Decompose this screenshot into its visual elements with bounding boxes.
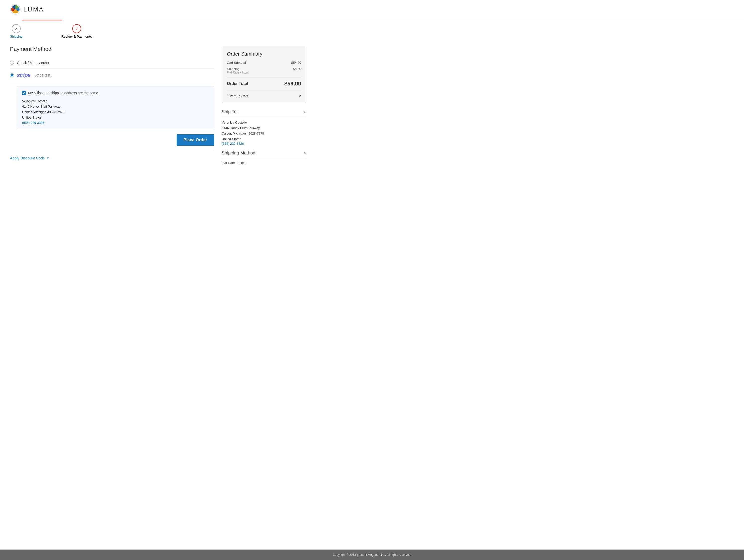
stripe-test-label: Stripe(test) bbox=[34, 73, 51, 77]
payment-option-check[interactable]: Check / Money order bbox=[10, 57, 214, 69]
billing-city-state: Calder, Michigan 49628-7978 bbox=[22, 109, 209, 115]
check-money-order-label: Check / Money order bbox=[17, 61, 49, 65]
ship-to-country: United States bbox=[222, 136, 306, 142]
ship-to-phone: (555) 229-3326 bbox=[222, 142, 306, 146]
shipping-method-title: Shipping Method: bbox=[222, 150, 257, 156]
shipping-label: Shipping Flat Rate - Fixed bbox=[227, 67, 249, 74]
shipping-sublabel: Flat Rate - Fixed bbox=[227, 71, 249, 74]
ship-to-name: Veronica Costello bbox=[222, 120, 306, 125]
ship-to-edit-icon[interactable]: ✎ bbox=[303, 110, 306, 114]
billing-same-label: My billing and shipping address are the … bbox=[28, 91, 98, 95]
stripe-logo-text: stripe bbox=[17, 72, 30, 78]
discount-chevron-icon[interactable]: ∨ bbox=[47, 156, 49, 160]
radio-stripe[interactable] bbox=[10, 73, 14, 77]
shipping-value: $5.00 bbox=[293, 67, 301, 71]
ship-to-title: Ship To: bbox=[222, 109, 238, 115]
shipping-row: Shipping Flat Rate - Fixed $5.00 bbox=[227, 67, 301, 74]
discount-row: Apply Discount Code ∨ bbox=[10, 156, 214, 160]
billing-street: 6146 Honey Bluff Parkway bbox=[22, 104, 209, 109]
step-review-label: Review & Payments bbox=[62, 35, 92, 38]
shipping-method-edit-icon[interactable]: ✎ bbox=[303, 151, 306, 155]
step-review-payments: ✓ Review & Payments bbox=[62, 24, 92, 38]
step-review-circle: ✓ bbox=[72, 24, 81, 33]
footer: Copyright © 2013-present Magento, Inc. A… bbox=[0, 550, 744, 560]
payment-option-stripe[interactable]: stripe Stripe(test) bbox=[10, 69, 214, 82]
place-order-button[interactable]: Place Order bbox=[177, 134, 214, 146]
left-column: Payment Method Check / Money order strip… bbox=[10, 46, 214, 539]
step-shipping-label[interactable]: Shipping bbox=[10, 35, 23, 38]
shipping-method-divider bbox=[222, 158, 306, 158]
cart-subtotal-value: $54.00 bbox=[291, 61, 301, 65]
ship-to-section: Ship To: ✎ Veronica Costello 6146 Honey … bbox=[222, 109, 306, 146]
billing-country: United States bbox=[22, 115, 209, 120]
payment-section-title: Payment Method bbox=[10, 46, 214, 52]
shipping-method-header: Shipping Method: ✎ bbox=[222, 150, 306, 156]
order-total-value: $59.00 bbox=[285, 80, 301, 87]
checkout-progress: ✓ Shipping ✓ Review & Payments bbox=[0, 19, 744, 41]
billing-name: Veronica Costello bbox=[22, 99, 209, 104]
apply-discount-link[interactable]: Apply Discount Code bbox=[10, 156, 45, 160]
step-shipping: ✓ Shipping bbox=[10, 24, 23, 38]
order-total-label: Order Total bbox=[227, 81, 248, 86]
logo[interactable]: LUMA bbox=[10, 4, 44, 15]
right-column: Order Summary Cart Subtotal $54.00 Shipp… bbox=[222, 46, 306, 539]
step-shipping-circle: ✓ bbox=[12, 24, 21, 33]
cart-subtotal-row: Cart Subtotal $54.00 bbox=[227, 61, 301, 65]
ship-to-city-state: Calder, Michigan 49628-7978 bbox=[222, 131, 306, 136]
place-order-row: Place Order bbox=[10, 134, 214, 151]
ship-to-header: Ship To: ✎ bbox=[222, 109, 306, 115]
step-connector bbox=[22, 20, 62, 21]
order-summary-title: Order Summary bbox=[227, 51, 301, 57]
cart-subtotal-label: Cart Subtotal bbox=[227, 61, 246, 65]
billing-same-checkbox[interactable] bbox=[22, 91, 26, 95]
items-in-cart-text: 1 Item in Cart bbox=[227, 94, 248, 98]
items-in-cart-row[interactable]: 1 Item in Cart ∨ bbox=[227, 91, 301, 98]
billing-phone: (555) 229-3326 bbox=[22, 121, 209, 124]
order-total-row: Order Total $59.00 bbox=[227, 80, 301, 87]
order-summary-box: Order Summary Cart Subtotal $54.00 Shipp… bbox=[222, 46, 306, 103]
footer-copyright: Copyright © 2013-present Magento, Inc. A… bbox=[333, 553, 411, 557]
ship-to-street: 6146 Honey Bluff Parkway bbox=[222, 125, 306, 131]
shipping-method-text: Flat Rate - Fixed bbox=[222, 161, 306, 165]
luma-logo-icon bbox=[10, 4, 21, 15]
shipping-method-section: Shipping Method: ✎ Flat Rate - Fixed bbox=[222, 150, 306, 165]
radio-check[interactable] bbox=[10, 61, 14, 65]
logo-text: LUMA bbox=[24, 6, 44, 13]
billing-same-row: My billing and shipping address are the … bbox=[22, 91, 209, 95]
billing-address-box: My billing and shipping address are the … bbox=[17, 86, 214, 129]
items-chevron-icon[interactable]: ∨ bbox=[299, 94, 301, 98]
